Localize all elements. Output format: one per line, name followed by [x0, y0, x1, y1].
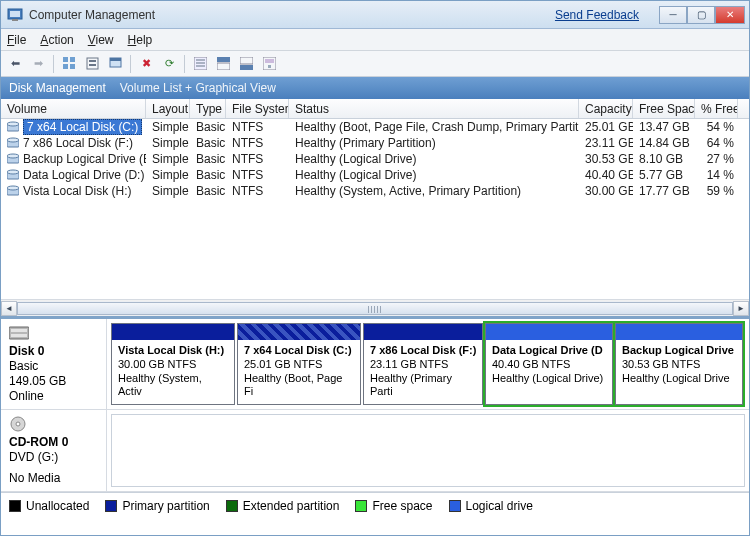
cdrom-partition-area: [107, 410, 749, 491]
svg-point-26: [7, 138, 19, 142]
disk-state: Online: [9, 389, 98, 403]
svg-rect-7: [87, 58, 98, 69]
svg-rect-33: [9, 327, 29, 339]
svg-rect-6: [70, 64, 75, 69]
table-header[interactable]: Volume Layout Type File System Status Ca…: [1, 99, 749, 119]
svg-rect-34: [11, 329, 27, 332]
section-subtitle: Volume List + Graphical View: [120, 81, 276, 95]
col-capacity[interactable]: Capacity: [579, 99, 633, 118]
toolbar-properties-icon[interactable]: [82, 54, 102, 74]
legend-primary: Primary partition: [105, 499, 209, 513]
section-title: Disk Management: [9, 81, 106, 95]
table-body[interactable]: 7 x64 Local Disk (C:)SimpleBasicNTFSHeal…: [1, 119, 749, 299]
scroll-right-button[interactable]: ►: [733, 301, 749, 316]
toolbar-settings-icon[interactable]: [259, 54, 279, 74]
col-free[interactable]: Free Space: [633, 99, 695, 118]
table-row[interactable]: 7 x86 Local Disk (F:)SimpleBasicNTFSHeal…: [1, 135, 749, 151]
legend-unallocated: Unallocated: [9, 499, 89, 513]
volume-name: Vista Local Disk (H:): [23, 184, 131, 198]
menu-view[interactable]: View: [88, 33, 114, 47]
menu-file[interactable]: File: [7, 33, 26, 47]
toolbar-pane-top-icon[interactable]: [213, 54, 233, 74]
disk-icon: [9, 325, 29, 341]
disk-size: 149.05 GB: [9, 374, 98, 388]
drive-icon: [7, 137, 19, 149]
svg-rect-18: [240, 57, 253, 64]
toolbar-window-icon[interactable]: [105, 54, 125, 74]
legend-extended: Extended partition: [226, 499, 340, 513]
svg-rect-5: [63, 64, 68, 69]
drive-icon: [7, 121, 19, 133]
nav-back-button[interactable]: ⬅: [5, 54, 25, 74]
disk-name: Disk 0: [9, 344, 98, 358]
col-status[interactable]: Status: [289, 99, 579, 118]
table-row[interactable]: Vista Local Disk (H:)SimpleBasicNTFSHeal…: [1, 183, 749, 199]
col-pfree[interactable]: % Free: [695, 99, 738, 118]
h-scrollbar[interactable]: ◄ ►: [1, 299, 749, 316]
table-row[interactable]: 7 x64 Local Disk (C:)SimpleBasicNTFSHeal…: [1, 119, 749, 135]
svg-rect-1: [10, 11, 20, 17]
partition[interactable]: Data Logical Drive (D40.40 GB NTFSHealth…: [485, 323, 613, 405]
toolbar-cancel-icon[interactable]: ✖: [136, 54, 156, 74]
svg-rect-8: [89, 60, 96, 62]
scroll-thumb[interactable]: [17, 302, 733, 315]
partition[interactable]: 7 x64 Local Disk (C:)25.01 GB NTFSHealth…: [237, 323, 361, 405]
col-filesystem[interactable]: File System: [226, 99, 289, 118]
svg-rect-21: [265, 59, 274, 63]
maximize-button[interactable]: ▢: [687, 6, 715, 24]
minimize-button[interactable]: ─: [659, 6, 687, 24]
close-button[interactable]: ✕: [715, 6, 745, 24]
toolbar-list-icon[interactable]: [190, 54, 210, 74]
titlebar: Computer Management Send Feedback ─ ▢ ✕: [1, 1, 749, 29]
toolbar-pane-bottom-icon[interactable]: [236, 54, 256, 74]
disk-row: Disk 0Basic149.05 GBOnlineVista Local Di…: [1, 319, 749, 410]
menu-help[interactable]: Help: [128, 33, 153, 47]
legend: Unallocated Primary partition Extended p…: [1, 492, 749, 519]
svg-rect-4: [70, 57, 75, 62]
volume-name: Backup Logical Drive (E:): [23, 152, 146, 166]
table-row[interactable]: Backup Logical Drive (E:)SimpleBasicNTFS…: [1, 151, 749, 167]
disk-type: Basic: [9, 359, 98, 373]
cdrom-row: CD-ROM 0 DVD (G:) No Media: [1, 410, 749, 492]
partition[interactable]: Vista Local Disk (H:)30.00 GB NTFSHealth…: [111, 323, 235, 405]
col-type[interactable]: Type: [190, 99, 226, 118]
cdrom-empty[interactable]: [111, 414, 745, 487]
volume-name: 7 x86 Local Disk (F:): [23, 136, 133, 150]
table-row[interactable]: Data Logical Drive (D:)SimpleBasicNTFSHe…: [1, 167, 749, 183]
svg-rect-19: [240, 65, 253, 70]
section-header: Disk Management Volume List + Graphical …: [1, 77, 749, 99]
svg-rect-22: [268, 65, 271, 68]
disk-info[interactable]: Disk 0Basic149.05 GBOnline: [1, 319, 107, 409]
send-feedback-link[interactable]: Send Feedback: [555, 8, 639, 22]
scroll-left-button[interactable]: ◄: [1, 301, 17, 316]
menubar: File Action View Help: [1, 29, 749, 51]
legend-freespace: Free space: [355, 499, 432, 513]
partition[interactable]: Backup Logical Drive30.53 GB NTFSHealthy…: [615, 323, 743, 405]
svg-rect-9: [89, 64, 96, 66]
toolbar-tile-icon[interactable]: [59, 54, 79, 74]
svg-point-37: [16, 422, 20, 426]
drive-icon: [7, 169, 19, 181]
toolbar-refresh-icon[interactable]: ⟳: [159, 54, 179, 74]
col-volume[interactable]: Volume: [1, 99, 146, 118]
svg-point-28: [7, 154, 19, 158]
volume-name: Data Logical Drive (D:): [23, 168, 144, 182]
menu-action[interactable]: Action: [40, 33, 73, 47]
svg-rect-3: [63, 57, 68, 62]
nav-forward-button[interactable]: ➡: [28, 54, 48, 74]
volume-table: Volume Layout Type File System Status Ca…: [1, 99, 749, 316]
cdrom-info[interactable]: CD-ROM 0 DVD (G:) No Media: [1, 410, 107, 491]
col-layout[interactable]: Layout: [146, 99, 190, 118]
drive-icon: [7, 185, 19, 197]
cdrom-name: CD-ROM 0: [9, 435, 98, 449]
toolbar: ⬅ ➡ ✖ ⟳: [1, 51, 749, 77]
cdrom-status: No Media: [9, 471, 98, 485]
scroll-track[interactable]: [17, 301, 733, 316]
svg-rect-20: [263, 57, 276, 70]
window-controls: ─ ▢ ✕: [659, 6, 745, 24]
svg-rect-2: [12, 19, 18, 21]
app-icon: [7, 7, 23, 23]
svg-point-32: [7, 186, 19, 190]
svg-rect-11: [110, 58, 121, 61]
partition[interactable]: 7 x86 Local Disk (F:)23.11 GB NTFSHealth…: [363, 323, 483, 405]
